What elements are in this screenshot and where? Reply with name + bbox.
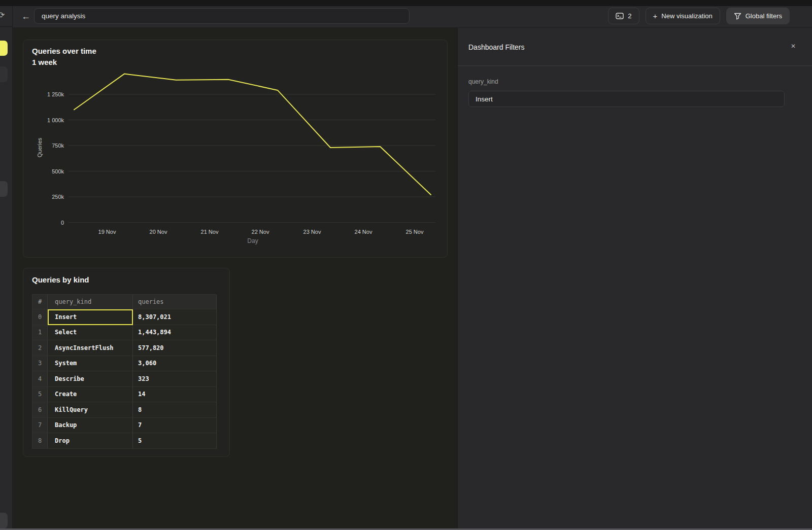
queries-cell[interactable]: 7	[133, 418, 217, 434]
x-tick-label: 25 Nov	[406, 229, 424, 235]
row-index: 7	[32, 418, 48, 434]
query-kind-cell[interactable]: Select	[48, 325, 133, 341]
y-tick-label: 750k	[52, 143, 64, 149]
funnel-icon	[734, 13, 741, 20]
queries-cell[interactable]: 323	[133, 371, 217, 387]
new-visualization-button[interactable]: + New visualization	[646, 8, 720, 24]
query-kind-cell[interactable]: System	[48, 356, 133, 372]
y-tick-label: 1 000k	[47, 117, 64, 123]
query-kind-cell[interactable]: AsyncInsertFlush	[48, 340, 133, 356]
close-icon: ✕	[791, 43, 796, 50]
refresh-icon[interactable]: ⟳	[0, 10, 5, 20]
dashboard-canvas: Queries over time 1 week 0250k500k750k1 …	[13, 28, 457, 528]
column-header-query-kind: query_kind	[48, 295, 133, 309]
row-index: 2	[32, 340, 48, 356]
column-header-index: #	[32, 295, 48, 309]
query-kind-cell[interactable]: Create	[48, 387, 133, 403]
queries-cell[interactable]: 5	[133, 433, 217, 449]
back-arrow-icon: ←	[21, 11, 30, 22]
y-axis-title: Queries	[37, 137, 43, 157]
query-kind-cell[interactable]: Insert	[48, 309, 133, 325]
queries-by-kind-table: #query_kindqueries0Insert8,307,0211Selec…	[32, 294, 216, 449]
queries-line	[74, 74, 431, 195]
query-kind-cell[interactable]: Drop	[48, 433, 133, 449]
x-tick-label: 23 Nov	[303, 229, 321, 235]
console-count: 2	[628, 12, 631, 20]
queries-cell[interactable]: 8	[133, 402, 217, 418]
row-index: 4	[32, 371, 48, 387]
query-kind-cell[interactable]: Backup	[48, 418, 133, 434]
column-header-queries: queries	[133, 295, 217, 309]
queries-cell[interactable]: 3,060	[133, 356, 217, 372]
queries-over-time-chart: 0250k500k750k1 000k1 250k19 Nov20 Nov21 …	[23, 40, 448, 258]
y-tick-label: 250k	[52, 194, 64, 200]
rail-item-3[interactable]	[0, 181, 8, 197]
y-tick-label: 0	[61, 220, 64, 226]
x-tick-label: 20 Nov	[150, 229, 167, 235]
back-button[interactable]: ←	[20, 9, 32, 23]
plus-icon: +	[653, 12, 658, 20]
row-index: 6	[32, 402, 48, 418]
dashboard-title-input[interactable]	[34, 8, 410, 24]
queries-by-kind-card: Queries by kind #query_kindqueries0Inser…	[23, 268, 230, 457]
filter-field-label: query_kind	[468, 78, 498, 85]
rail-item-2[interactable]	[0, 66, 8, 82]
window-top-strip	[0, 0, 812, 6]
x-tick-label: 19 Nov	[98, 229, 116, 235]
table-title: Queries by kind	[32, 275, 89, 284]
header-actions: 2 + New visualization Global filters	[608, 8, 790, 24]
query-kind-cell[interactable]: Describe	[48, 371, 133, 387]
query-kind-filter-input[interactable]	[468, 91, 785, 107]
new-visualization-label: New visualization	[661, 12, 712, 20]
row-index: 8	[32, 433, 48, 449]
row-index: 3	[32, 356, 48, 372]
rail-top-section: ⟳	[0, 6, 13, 27]
row-index: 1	[32, 325, 48, 341]
filters-panel-title: Dashboard Filters	[468, 43, 525, 51]
row-index: 0	[32, 309, 48, 325]
queries-cell[interactable]: 1,443,894	[133, 325, 217, 341]
global-filters-label: Global filters	[746, 12, 782, 20]
x-tick-label: 22 Nov	[252, 229, 269, 235]
queries-cell[interactable]: 8,307,021	[133, 309, 217, 325]
queries-cell[interactable]: 577,820	[133, 340, 217, 356]
queries-cell[interactable]: 14	[133, 387, 217, 403]
rail-item-4[interactable]	[0, 513, 8, 528]
global-filters-button[interactable]: Global filters	[726, 8, 790, 24]
x-tick-label: 24 Nov	[355, 229, 373, 235]
close-panel-button[interactable]: ✕	[788, 41, 798, 51]
console-icon	[616, 13, 624, 19]
x-axis-title: Day	[247, 237, 258, 244]
rail-item-dashboard-active[interactable]	[0, 41, 8, 56]
sql-console-button[interactable]: 2	[608, 8, 639, 24]
y-tick-label: 500k	[52, 168, 64, 174]
queries-over-time-card: Queries over time 1 week 0250k500k750k1 …	[23, 40, 448, 258]
dashboard-filters-panel: Dashboard Filters ✕ query_kind	[457, 28, 812, 528]
y-tick-label: 1 250k	[47, 91, 64, 97]
row-index: 5	[32, 387, 48, 403]
panel-divider	[458, 65, 812, 66]
header-bar: ← 2 + New visualization Global fil	[13, 6, 812, 28]
query-kind-cell[interactable]: KillQuery	[48, 402, 133, 418]
left-rail: ⟳	[0, 6, 13, 528]
x-tick-label: 21 Nov	[201, 229, 219, 235]
